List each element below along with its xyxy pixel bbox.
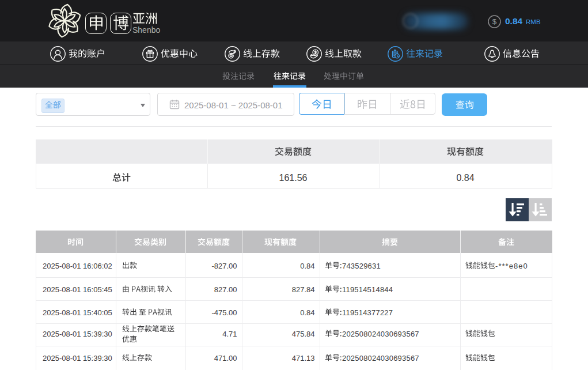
svg-text:$: $ <box>492 17 497 26</box>
